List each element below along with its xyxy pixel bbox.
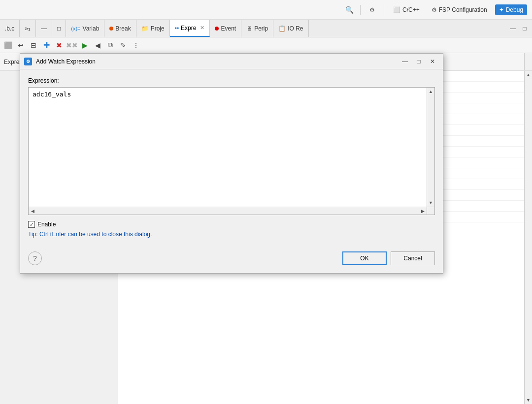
dialog-maximize-btn[interactable]: □: [412, 57, 425, 66]
tab-proje-label: Proje: [151, 25, 165, 32]
top-toolbar: 🔍 ⚙ ⬜ C/C++ ⚙ FSP Configuration ✦ Debug: [0, 0, 532, 20]
cpp-label: C/C++: [402, 6, 420, 13]
scroll-down-btn[interactable]: ▼: [525, 396, 532, 404]
add-watch-expression-dialog: ⚙ Add Watch Expression — □ ✕ Expression:…: [20, 53, 443, 274]
toolbar-run-btn[interactable]: ▶: [79, 39, 91, 51]
tab-bar: .b.c »₁ — □ (x)= Variab Break 📁 Proje ••…: [0, 20, 532, 37]
fsp-label: FSP Configuration: [439, 6, 487, 13]
toolbar-edit-btn[interactable]: ✎: [117, 39, 129, 51]
dialog-window-controls: — □ ✕: [399, 57, 439, 66]
enable-checkbox[interactable]: ✓: [28, 221, 35, 228]
tab-event-dot: [215, 27, 219, 31]
tab-file-label: .b.c: [5, 25, 14, 32]
win-maximize-icon: □: [57, 25, 61, 32]
toolbar-stop-btn[interactable]: ◀: [92, 39, 103, 51]
dialog-app-icon: ⚙: [24, 58, 32, 65]
icon-toolbar: ⬛ ↩ ⊟ ✚ ✖ ✖✖ ▶ ◀ ⧉ ✎ ⋮: [0, 37, 532, 53]
debug-label: Debug: [506, 6, 523, 13]
tab-proje-icon: 📁: [141, 25, 149, 32]
tab-iore-label: IO Re: [288, 25, 303, 32]
enable-checkbox-wrap[interactable]: ✓ Enable: [28, 221, 56, 228]
tab-overflow-label: »₁: [25, 25, 31, 32]
cancel-button[interactable]: Cancel: [391, 251, 435, 265]
scrollbar-top-corner: [524, 53, 532, 70]
toolbar-icon-2[interactable]: ↩: [15, 39, 27, 51]
enable-row: ✓ Enable: [28, 221, 435, 228]
tab-expre-close[interactable]: ✕: [200, 25, 204, 31]
toolbar-more-btn[interactable]: ⋮: [130, 39, 142, 51]
toolbar-icon-1[interactable]: ⬛: [2, 39, 14, 51]
cpp-button[interactable]: ⬜ C/C++: [389, 4, 424, 15]
toolbar-icon-3[interactable]: ⊟: [28, 39, 39, 51]
tip-text: Tip: Ctrl+Enter can be used to close thi…: [28, 231, 435, 238]
tab-break[interactable]: Break: [104, 20, 136, 37]
panel-maximize-btn[interactable]: □: [519, 23, 530, 34]
tab-variab-label: Variab: [83, 25, 100, 32]
dialog-footer: ? OK Cancel: [20, 248, 443, 273]
dialog-title: Add Watch Expression: [36, 58, 395, 65]
ok-button[interactable]: OK: [342, 251, 387, 265]
enable-label: Enable: [37, 221, 56, 228]
textarea-scroll-right[interactable]: ▶: [419, 207, 427, 215]
help-button[interactable]: ?: [28, 251, 42, 265]
tab-perip-label: Perip: [254, 25, 268, 32]
cpp-icon: ⬜: [393, 6, 400, 13]
fsp-button[interactable]: ⚙ FSP Configuration: [428, 4, 491, 15]
textarea-scrollbar-corner: [427, 207, 434, 215]
tab-file[interactable]: .b.c: [0, 20, 20, 37]
tab-event[interactable]: Event: [210, 20, 241, 37]
tab-win-minimize[interactable]: —: [36, 20, 52, 37]
textarea-scroll-left[interactable]: ◀: [29, 207, 36, 215]
dialog-body: Expression: adc16_vals ▲ ▼ ◀ ▶ ✓ Enabl: [20, 69, 443, 248]
textarea-scrollbar-v[interactable]: ▲ ▼: [427, 88, 434, 207]
dialog-titlebar: ⚙ Add Watch Expression — □ ✕: [20, 54, 443, 69]
win-minimize-icon: —: [41, 25, 47, 32]
toolbar-remove-btn[interactable]: ✖: [53, 39, 65, 51]
tab-expre[interactable]: •• Expre ✕: [170, 20, 210, 37]
toolbar-add-btn[interactable]: ✚: [40, 39, 52, 51]
debug-button[interactable]: ✦ Debug: [495, 4, 527, 15]
fsp-icon: ⚙: [432, 6, 437, 13]
tab-iore-icon: 📋: [278, 25, 286, 32]
tab-perip-icon: 🖥: [246, 25, 252, 32]
tab-proje[interactable]: 📁 Proje: [136, 20, 170, 37]
separator-1: [360, 5, 361, 15]
textarea-scroll-up[interactable]: ▲: [427, 88, 435, 95]
tab-expre-dot: ••: [175, 25, 179, 31]
panel-minimize-btn[interactable]: —: [507, 23, 518, 34]
toolbar-copy-btn[interactable]: ⧉: [104, 39, 116, 51]
search-icon[interactable]: 🔍: [343, 4, 355, 16]
tab-event-label: Event: [221, 25, 236, 32]
debug-icon: ✦: [499, 6, 504, 13]
build-icon-btn[interactable]: ⚙: [366, 4, 379, 15]
expression-input[interactable]: adc16_vals: [29, 88, 427, 207]
toolbar-remove-all-btn[interactable]: ✖✖: [66, 39, 78, 51]
tab-variab[interactable]: (x)= Variab: [66, 20, 104, 37]
tab-overflow[interactable]: »₁: [20, 20, 36, 37]
tab-break-dot: [109, 27, 113, 31]
tab-expre-label: Expre: [181, 25, 196, 31]
build-icon: ⚙: [369, 6, 375, 13]
tab-win-maximize[interactable]: □: [52, 20, 66, 37]
dialog-minimize-btn[interactable]: —: [399, 57, 411, 66]
window-controls: — □: [507, 20, 532, 37]
dialog-close-btn[interactable]: ✕: [426, 57, 439, 66]
tab-iore[interactable]: 📋 IO Re: [273, 20, 308, 37]
scrollbar-right[interactable]: ▲ ▼: [524, 71, 532, 404]
tab-variab-prefix: (x)=: [71, 26, 80, 31]
textarea-scrollbar-h[interactable]: ◀ ▶: [29, 207, 427, 215]
scroll-up-btn[interactable]: ▲: [525, 71, 532, 79]
textarea-scroll-down[interactable]: ▼: [427, 199, 435, 207]
expression-label: Expression:: [28, 77, 435, 84]
tab-break-label: Break: [115, 25, 131, 32]
footer-action-btns: OK Cancel: [342, 251, 435, 265]
separator-2: [384, 5, 384, 15]
tab-perip[interactable]: 🖥 Perip: [241, 20, 273, 37]
expression-textarea-container: adc16_vals ▲ ▼ ◀ ▶: [28, 87, 435, 215]
